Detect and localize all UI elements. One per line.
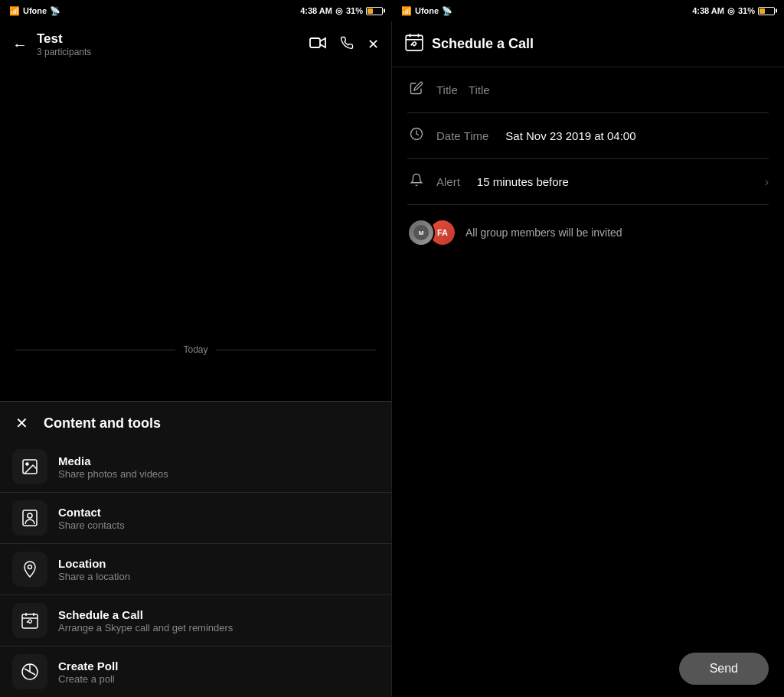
today-divider: Today bbox=[0, 344, 391, 355]
alert-label: Alert bbox=[436, 175, 460, 188]
contact-text: Contact Share contacts bbox=[58, 506, 379, 531]
carrier-right: Ufone bbox=[415, 6, 439, 15]
svg-point-2 bbox=[26, 463, 28, 465]
poll-icon-box bbox=[12, 654, 47, 689]
svg-line-11 bbox=[24, 669, 30, 672]
close-button[interactable]: ✕ bbox=[368, 36, 379, 53]
battery-pct-right: 31% bbox=[738, 6, 755, 15]
location-icon-left: ◎ bbox=[335, 6, 343, 16]
chat-title-block: Test 3 participants bbox=[37, 31, 300, 57]
send-button[interactable]: Send bbox=[679, 653, 769, 685]
avatar-stack: M FA bbox=[407, 219, 456, 246]
time-left: 4:38 AM bbox=[300, 6, 332, 15]
svg-rect-12 bbox=[406, 35, 423, 50]
title-value[interactable]: Title bbox=[469, 83, 769, 96]
send-area: Send bbox=[392, 640, 784, 697]
svg-point-4 bbox=[28, 513, 32, 518]
schedule-title: Schedule a Call bbox=[432, 36, 534, 52]
chat-title: Test bbox=[37, 31, 300, 47]
media-name: Media bbox=[58, 454, 379, 467]
time-right: 4:38 AM bbox=[692, 6, 724, 15]
poll-name: Create Poll bbox=[58, 660, 379, 673]
members-row: M FA All group members will be invited bbox=[407, 205, 769, 260]
alert-value: 15 minutes before bbox=[477, 175, 754, 188]
battery-icon-right bbox=[758, 7, 775, 15]
battery-icon-left bbox=[366, 7, 383, 15]
media-desc: Share photos and videos bbox=[58, 468, 379, 480]
contact-name: Contact bbox=[58, 506, 379, 519]
wifi-icon-left: 📡 bbox=[50, 6, 60, 16]
right-panel: Schedule a Call Title Title bbox=[392, 21, 784, 697]
clock-icon bbox=[407, 127, 426, 145]
location-icon-box bbox=[12, 552, 47, 587]
avatar-m: M bbox=[407, 219, 435, 246]
schedule-header: Schedule a Call bbox=[392, 21, 784, 67]
title-row[interactable]: Title Title bbox=[407, 67, 769, 113]
battery-pct-left: 31% bbox=[346, 6, 363, 15]
contact-icon-box bbox=[12, 500, 47, 536]
schedule-name: Schedule a Call bbox=[58, 608, 379, 621]
tool-schedule[interactable]: Schedule a Call Arrange a Skype call and… bbox=[0, 595, 391, 647]
left-panel: ← Test 3 participants ✕ bbox=[0, 21, 392, 697]
tool-poll[interactable]: Create Poll Create a poll bbox=[0, 647, 391, 697]
schedule-desc: Arrange a Skype call and get reminders bbox=[58, 622, 379, 633]
datetime-row[interactable]: Date Time Sat Nov 23 2019 at 04:00 bbox=[407, 113, 769, 159]
alert-row[interactable]: Alert 15 minutes before › bbox=[407, 159, 769, 205]
bell-icon bbox=[407, 173, 426, 191]
location-desc: Share a location bbox=[58, 571, 379, 582]
datetime-value: Sat Nov 23 2019 at 04:00 bbox=[505, 129, 635, 142]
location-name: Location bbox=[58, 557, 379, 570]
contact-desc: Share contacts bbox=[58, 519, 379, 531]
header-actions: ✕ bbox=[309, 36, 379, 54]
svg-point-5 bbox=[28, 565, 32, 569]
invited-text: All group members will be invited bbox=[466, 226, 622, 239]
schedule-icon-box bbox=[12, 603, 47, 638]
signal-icon-left: 📶 bbox=[9, 6, 20, 16]
svg-rect-6 bbox=[22, 614, 38, 628]
back-button[interactable]: ← bbox=[12, 36, 28, 54]
voice-call-icon[interactable] bbox=[340, 36, 354, 54]
location-icon bbox=[21, 560, 39, 578]
svg-rect-0 bbox=[310, 38, 320, 47]
schedule-text: Schedule a Call Arrange a Skype call and… bbox=[58, 608, 379, 633]
schedule-call-icon bbox=[21, 611, 39, 630]
tools-panel: ✕ Content and tools Media Share photos a… bbox=[0, 401, 391, 697]
schedule-header-icon bbox=[404, 32, 424, 57]
tool-location[interactable]: Location Share a location bbox=[0, 544, 391, 595]
signal-icon-right: 📶 bbox=[401, 6, 412, 16]
pencil-icon bbox=[407, 81, 426, 99]
chat-subtitle: 3 participants bbox=[37, 47, 300, 57]
contact-icon bbox=[21, 509, 39, 527]
title-label: Title bbox=[436, 83, 458, 96]
chat-area: Today bbox=[0, 67, 391, 401]
tools-title: Content and tools bbox=[44, 415, 161, 432]
tools-close-button[interactable]: ✕ bbox=[15, 414, 28, 432]
media-icon bbox=[21, 458, 39, 476]
svg-text:M: M bbox=[419, 230, 424, 236]
video-call-icon[interactable] bbox=[309, 37, 326, 53]
wifi-icon-right: 📡 bbox=[442, 6, 452, 16]
tool-contact[interactable]: Contact Share contacts bbox=[0, 493, 391, 544]
location-text: Location Share a location bbox=[58, 557, 379, 582]
media-text: Media Share photos and videos bbox=[58, 454, 379, 480]
datetime-label: Date Time bbox=[436, 129, 488, 142]
poll-desc: Create a poll bbox=[58, 673, 379, 685]
today-label: Today bbox=[175, 344, 215, 355]
tool-media[interactable]: Media Share photos and videos bbox=[0, 441, 391, 493]
media-icon-box bbox=[12, 449, 47, 484]
poll-text: Create Poll Create a poll bbox=[58, 660, 379, 685]
chevron-right-icon: › bbox=[765, 175, 769, 189]
schedule-form: Title Title Date Time Sat Nov 23 2019 at… bbox=[392, 67, 784, 640]
chat-header: ← Test 3 participants ✕ bbox=[0, 21, 391, 67]
tools-header: ✕ Content and tools bbox=[0, 402, 391, 441]
location-icon-right: ◎ bbox=[727, 6, 735, 16]
poll-icon bbox=[21, 663, 39, 681]
carrier-left: Ufone bbox=[23, 6, 47, 15]
